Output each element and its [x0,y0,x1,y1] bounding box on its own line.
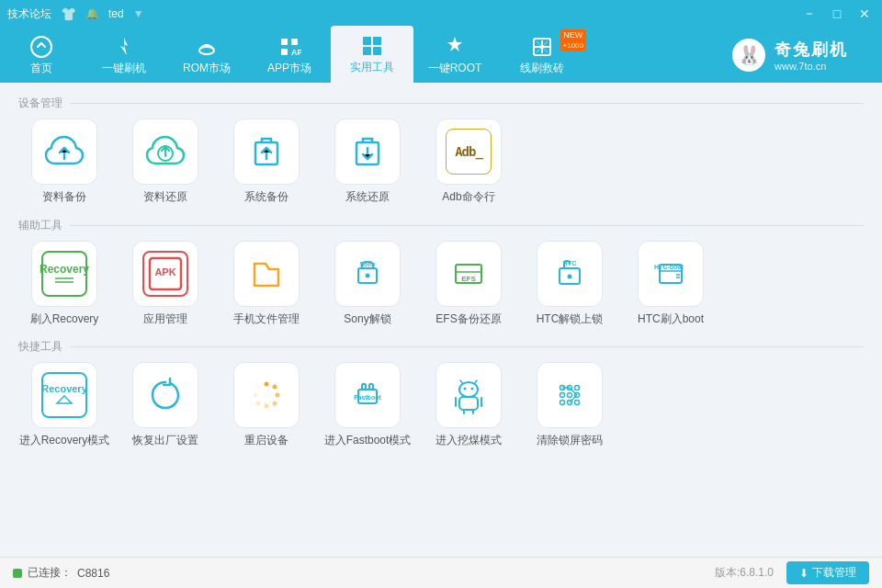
tool-file-manage-icon [233,241,300,307]
nav-home-label: 首页 [30,61,52,76]
svg-line-62 [570,388,577,395]
tool-adb[interactable]: Adb_ Adb命令行 [423,119,514,205]
tool-efs-label: EFS备份还原 [435,312,501,327]
tool-htc-boot-icon: HTC-boot [638,241,704,307]
svg-rect-4 [281,49,288,55]
nav-rom[interactable]: ROM市场 [165,28,248,83]
recovery2-text: Recovery [41,372,87,418]
nav-tools[interactable]: 实用工具 [331,26,413,83]
status-right: 版本:6.8.1.0 ⬇ 下载管理 [715,561,869,584]
tool-htc-boot[interactable]: HTC-boot HTC刷入boot [625,241,717,327]
nav-app[interactable]: APP APP市场 [248,28,331,83]
close-button[interactable]: ✕ [854,4,875,24]
tool-app-manage[interactable]: APK 应用管理 [119,241,211,327]
tool-app-manage-label: 应用管理 [143,312,187,327]
svg-point-43 [256,401,261,406]
svg-text:APP: APP [291,48,301,57]
minimize-button[interactable]: － [799,4,820,24]
recovery-text: Recovery [41,251,87,297]
connection-indicator [13,569,22,578]
tool-htc-unlock-label: HTC解锁上锁 [537,312,604,327]
svg-point-42 [265,404,269,409]
tool-flash-recovery[interactable]: Recovery 刷入Recovery [18,241,110,327]
nav-wire-label: 线刷救砖 [520,61,564,76]
tool-adb-icon: Adb_ [435,119,502,185]
svg-rect-9 [373,47,381,55]
tool-enter-recovery-icon: Recovery [31,362,97,428]
tool-sony-unlock-label: Sony解锁 [344,312,390,327]
tool-fastboot[interactable]: Fastboot 进入Fastboot模式 [322,362,413,448]
svg-point-56 [568,393,572,398]
titlebar-controls: － □ ✕ [799,4,875,24]
new-badge: NEW +1000 [560,29,586,51]
tool-htc-unlock-icon: HTC [537,241,603,307]
svg-text:HTC-boot: HTC-boot [654,264,684,270]
app-name: 奇兔刷机 [775,39,848,61]
tool-backup-system[interactable]: 系统备份 [220,119,312,205]
svg-point-55 [560,393,565,398]
tool-miner[interactable]: 进入挖煤模式 [423,362,514,448]
tool-backup-data[interactable]: 资料备份 [18,119,110,205]
tool-htc-unlock[interactable]: HTC HTC解锁上锁 [524,241,616,327]
svg-text:Fastboot: Fastboot [354,394,381,401]
svg-point-40 [276,393,280,398]
nav-flash[interactable]: 一键刷机 [83,28,165,83]
nav-tools-label: 实用工具 [350,60,394,75]
nav-home[interactable]: 首页 [0,28,83,83]
svg-rect-6 [363,37,371,45]
tool-reboot-icon [233,362,300,428]
tool-adb-label: Adb命令行 [442,190,494,205]
tool-htc-boot-label: HTC刷入boot [638,312,704,327]
tool-sony-unlock[interactable]: Sony Sony解锁 [322,241,413,327]
tool-backup-system-label: 系统备份 [244,190,288,205]
tool-restore-data[interactable]: 资料还原 [119,119,211,205]
svg-rect-2 [281,39,288,45]
shirt-icon: 👕 [61,6,76,21]
tool-restore-system[interactable]: 系统还原 [322,119,413,205]
status-connection: 已连接： C8816 [13,565,109,581]
tool-enter-recovery[interactable]: Recovery 进入Recovery模式 [18,362,110,448]
tool-restore-data-label: 资料还原 [143,190,187,205]
nav-wire[interactable]: NEW +1000 线刷救砖 [496,28,588,83]
tool-restore-data-icon [132,119,198,185]
tool-efs[interactable]: EFS EFS备份还原 [423,241,514,327]
svg-point-41 [273,401,277,406]
tool-clear-lock[interactable]: 清除锁屏密码 [524,362,616,448]
tool-reboot-label: 重启设备 [244,434,288,448]
tool-factory-reset-icon [132,362,198,428]
svg-point-1 [199,47,214,54]
titlebar: 技术论坛 👕 🔔 ted ▼ － □ ✕ [0,0,882,28]
tool-sony-unlock-icon: Sony [334,241,401,307]
svg-point-45 [256,385,261,390]
download-icon: ⬇ [799,567,808,580]
adb-text: Adb_ [446,129,492,175]
tool-factory-reset-label: 恢复出厂设置 [132,434,198,448]
svg-point-0 [31,37,51,57]
restore-button[interactable]: □ [827,4,847,24]
forum-link[interactable]: 技术论坛 [7,6,51,22]
tool-fastboot-label: 进入Fastboot模式 [324,434,412,448]
nav-root[interactable]: 一键ROOT [413,28,496,83]
tool-reboot[interactable]: 重启设备 [220,362,312,448]
tool-app-manage-icon: APK [132,241,198,307]
svg-point-30 [568,274,572,278]
ted-link[interactable]: ted [108,7,124,20]
tool-factory-reset[interactable]: 恢复出厂设置 [119,362,211,448]
version-label: 版本:6.8.1.0 [715,565,774,581]
tool-backup-data-label: 资料备份 [42,190,86,205]
svg-point-49 [464,388,467,390]
svg-marker-37 [57,396,72,403]
device-tool-grid: 资料备份 资料还原 [18,119,864,205]
svg-rect-7 [373,37,381,45]
badge-count: +1000 [563,41,583,51]
nav-root-label: 一键ROOT [428,61,482,76]
nav-app-label: APP市场 [267,61,311,76]
download-manage-button[interactable]: ⬇ 下载管理 [786,561,869,584]
apk-text: APK [142,251,188,297]
app-url: www.7to.cn [775,61,848,72]
nav-flash-label: 一键刷机 [102,61,146,76]
tool-fastboot-icon: Fastboot [334,362,401,428]
tool-file-manage[interactable]: 手机文件管理 [220,241,312,327]
svg-point-38 [265,382,269,387]
tool-file-manage-label: 手机文件管理 [233,312,300,327]
